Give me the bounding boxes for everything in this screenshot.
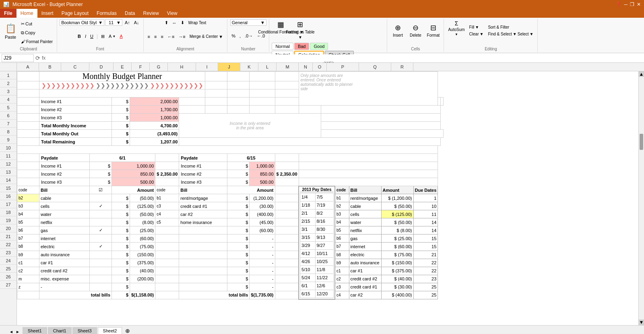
col-header-c[interactable]: C [61,63,89,71]
cell-l15[interactable] [275,194,299,202]
sheet-tab-sheet1[interactable]: Sheet1 [23,327,47,334]
cell-d7[interactable]: $ [112,130,130,138]
row-9[interactable]: 9 [0,136,17,144]
tab-home[interactable]: Home [17,9,37,18]
cell-d5[interactable]: $ [112,114,130,122]
cell-b15[interactable]: cable [39,194,90,202]
cell-g10[interactable] [155,154,179,162]
tab-page-layout[interactable]: Page Layout [58,9,93,18]
row-7[interactable]: 7 [0,120,17,128]
cell-k2[interactable] [250,89,275,98]
cell-e15[interactable]: $ [112,194,130,202]
cell-d15[interactable] [90,194,112,202]
cell-d19[interactable]: ✓ [90,226,112,234]
cell-a1b[interactable] [17,81,39,89]
col-header-k[interactable]: K [240,63,258,71]
cell-d16[interactable]: ✓ [90,202,112,210]
percent-btn[interactable]: % [230,33,237,39]
row-3[interactable]: 3 [0,87,17,95]
cell-l17[interactable] [275,210,299,218]
row-26[interactable]: 26 [0,273,17,281]
cell-a25[interactable]: m [17,275,39,283]
cell-e20[interactable]: $ [112,234,130,243]
cell-b2[interactable] [39,89,205,98]
copy-button[interactable]: ⧉Copy [19,29,54,36]
cell-l16[interactable] [275,202,299,210]
cell-a16[interactable]: b3 [17,202,39,210]
cell-l18[interactable] [275,218,299,226]
cell-g20[interactable] [155,234,179,243]
cell-d13[interactable]: $ [90,178,112,186]
new-sheet-button[interactable]: ⊕ [123,328,132,334]
find-select-button[interactable]: Find & Select▼ Select▼ [486,31,535,37]
sheet-scroll-left[interactable]: ◄ [8,330,14,334]
cell-income3-val[interactable]: 1,000.00 [130,114,179,122]
cell-b22[interactable]: auto insurance [39,251,90,259]
row-8[interactable]: 8 [0,128,17,136]
cell-a10[interactable] [17,154,39,162]
cell-k17[interactable]: (400.00) [250,210,275,218]
cell-d3[interactable]: $ [112,98,130,106]
sheet-tab-sheet3[interactable]: Sheet3 [72,327,97,334]
cell-f20[interactable]: (60.00) [130,234,155,243]
cell-g16-c3[interactable]: c3 [155,202,179,210]
row-16[interactable]: 16 [0,192,17,200]
cell-b26[interactable]: - [39,283,90,291]
cell-g3[interactable] [179,98,205,106]
tab-formulas[interactable]: Formulas [93,9,121,18]
cell-k15[interactable]: (1,200.00) [250,194,275,202]
cell-l1b[interactable] [275,81,299,89]
cell-l25[interactable] [275,275,299,283]
cell-g11[interactable] [155,162,179,170]
align-middle-button[interactable]: ↔ [171,20,178,26]
cell-e22[interactable]: $ [112,251,130,259]
cell-l26[interactable] [275,283,299,291]
autosum-button[interactable]: Σ AutoSum▼ [446,19,466,41]
row-23[interactable]: 23 [0,249,17,257]
cell-e26[interactable]: $ [112,283,130,291]
align-center-button[interactable]: ≡ [153,33,158,40]
cell-total-income-label[interactable]: Total Monthly Income [39,122,112,130]
format-button[interactable]: ⊟Format [425,19,441,41]
cell-g4[interactable] [179,106,205,114]
cell-row9[interactable] [17,146,438,154]
col-header-r[interactable]: R [391,63,413,71]
cell-e18[interactable]: $ [112,218,130,226]
cell-e24[interactable]: $ [112,267,130,275]
cell-h24[interactable] [179,267,227,275]
cell-paydate1-label[interactable]: Paydate [39,154,90,162]
cell-a17[interactable]: b4 [17,210,39,218]
cell-e17[interactable]: $ [112,210,130,218]
cell-h17[interactable]: car #2 [179,210,227,218]
cell-k24[interactable]: - [250,267,275,275]
cell-pd2-inc1-label[interactable]: Income #1 [179,162,227,170]
cell-a13[interactable] [17,178,39,186]
cell-b25[interactable]: misc. expense [39,275,90,283]
cell-income2-val[interactable]: 1,700.00 [130,106,179,114]
cell-b1-title[interactable]: Monthly Budget Planner [39,72,205,81]
cell-j14-amount[interactable]: Amount [227,186,275,194]
cell-remaining-val[interactable]: 1,207.00 [130,138,179,146]
help-icon[interactable]: ❓ [615,2,621,7]
cell-i13[interactable]: $ [227,178,250,186]
cell-d12[interactable]: $ [90,170,112,178]
cell-a5[interactable] [17,114,39,122]
cell-k14[interactable] [275,186,299,194]
insert-button[interactable]: ⊕Insert [390,19,406,41]
cell-e14-amount[interactable]: Amount [112,186,155,194]
cell-total-out-label[interactable]: Total Monthly Out [39,130,112,138]
cell-g25[interactable] [155,275,179,283]
cell-b27-label[interactable]: total bills [39,291,112,299]
cell-a18[interactable]: b5 [17,218,39,226]
align-top-button[interactable]: ⬆ [163,19,170,26]
cell-j12[interactable]: 850.00 [250,170,275,178]
cell-pd1-inc2-label[interactable]: Income #2 [39,170,90,178]
cell-f25[interactable]: (200.00) [130,275,155,283]
cell-j1[interactable] [227,72,250,81]
align-right-button[interactable]: ≡ [159,33,165,40]
cell-k16[interactable]: (30.00) [250,202,275,210]
row-2[interactable]: 2 [0,79,17,87]
cell-k22[interactable]: - [250,251,275,259]
cell-income1-val[interactable]: 2,000.00 [130,98,179,106]
style-normal-button[interactable]: Normal [272,43,293,50]
